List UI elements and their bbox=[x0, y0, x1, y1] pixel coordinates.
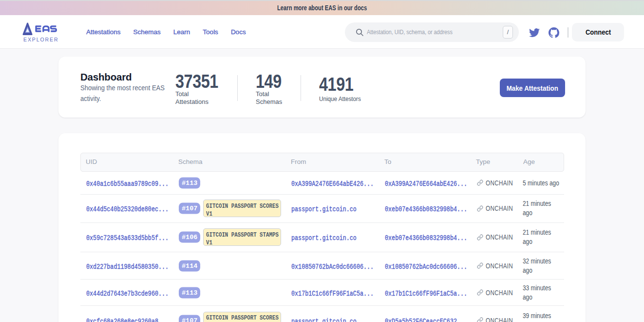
svg-text:EXPLORER: EXPLORER bbox=[23, 37, 58, 42]
